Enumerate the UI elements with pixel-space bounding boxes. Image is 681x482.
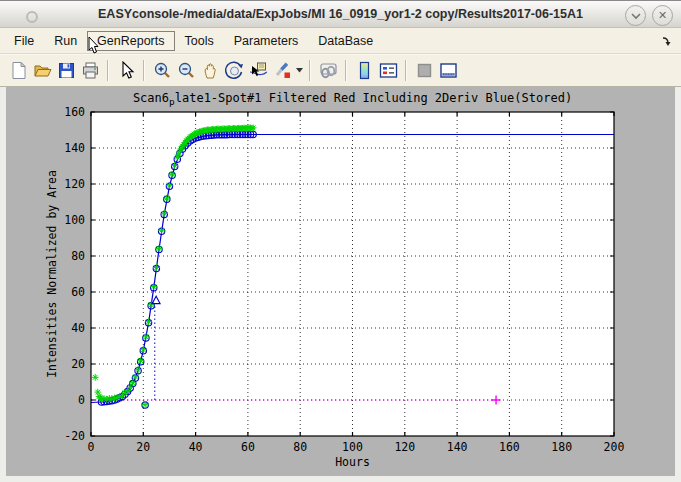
dock-arrow-icon[interactable] xyxy=(661,35,673,47)
svg-text:140: 140 xyxy=(64,141,85,155)
menu-item-run[interactable]: Run xyxy=(44,31,87,51)
close-button[interactable]: ✕ xyxy=(652,5,673,26)
printer-icon xyxy=(81,61,100,80)
svg-text:200: 200 xyxy=(604,440,625,454)
svg-text:Scan6plate1-Spot#1 Filtered Re: Scan6plate1-Spot#1 Filtered Red Includin… xyxy=(133,91,572,107)
svg-text:120: 120 xyxy=(64,177,85,191)
open-folder-icon xyxy=(33,61,52,80)
chain-link-icon xyxy=(319,61,338,80)
svg-text:20: 20 xyxy=(71,357,85,371)
toolbar-separator xyxy=(405,60,407,81)
rotate-3d-icon xyxy=(225,61,244,80)
chevron-down-icon xyxy=(630,10,642,22)
plot-canvas[interactable]: 020406080100120140160180200-200204060801… xyxy=(6,87,675,476)
toolbar xyxy=(0,54,681,87)
shade-button[interactable] xyxy=(625,5,646,26)
svg-text:60: 60 xyxy=(241,440,255,454)
link-plot-button[interactable] xyxy=(316,59,340,83)
titlebar: EASYconsole-/media/data/ExpJobs/MI 16_09… xyxy=(0,0,681,28)
brush-dropdown-button[interactable] xyxy=(294,59,304,83)
pan-button[interactable] xyxy=(198,59,222,83)
zoom-out-button[interactable] xyxy=(174,59,198,83)
toolbar-separator xyxy=(345,60,347,81)
toolbar-separator xyxy=(309,60,311,81)
toolbar-separator xyxy=(107,60,109,81)
svg-text:160: 160 xyxy=(499,440,520,454)
svg-text:-20: -20 xyxy=(64,429,85,443)
menu-item-tools[interactable]: Tools xyxy=(175,31,224,51)
menu-item-file[interactable]: File xyxy=(4,31,44,51)
brush-icon xyxy=(273,61,292,80)
svg-text:180: 180 xyxy=(551,440,572,454)
svg-text:20: 20 xyxy=(136,440,150,454)
data-cursor-icon xyxy=(249,61,268,80)
svg-text:Hours: Hours xyxy=(335,455,370,469)
rotate-3d-button[interactable] xyxy=(222,59,246,83)
svg-text:80: 80 xyxy=(293,440,307,454)
window-menu-icon[interactable] xyxy=(26,11,38,23)
colorbar-button[interactable] xyxy=(352,59,376,83)
zoom-in-icon xyxy=(153,61,172,80)
hand-icon xyxy=(201,61,220,80)
mouse-cursor-icon xyxy=(88,37,100,54)
print-button[interactable] xyxy=(78,59,102,83)
new-document-icon xyxy=(9,61,28,80)
menu-item-label: GenReports xyxy=(97,34,164,48)
brush-button[interactable] xyxy=(270,59,294,83)
zoom-in-button[interactable] xyxy=(150,59,174,83)
svg-text:100: 100 xyxy=(342,440,363,454)
svg-text:100: 100 xyxy=(64,213,85,227)
menubar: File Run GenReports Tools Parameters Dat… xyxy=(0,28,681,54)
dock-figure-icon xyxy=(439,61,458,80)
figure-area: 020406080100120140160180200-200204060801… xyxy=(0,87,681,482)
svg-text:60: 60 xyxy=(71,285,85,299)
toolbar-separator xyxy=(143,60,145,81)
open-file-button[interactable] xyxy=(30,59,54,83)
save-figure-button[interactable] xyxy=(54,59,78,83)
data-cursor-button[interactable] xyxy=(246,59,270,83)
svg-text:40: 40 xyxy=(71,321,85,335)
svg-text:120: 120 xyxy=(394,440,415,454)
svg-text:80: 80 xyxy=(71,249,85,263)
svg-text:140: 140 xyxy=(447,440,468,454)
save-floppy-icon xyxy=(57,61,76,80)
menu-item-parameters[interactable]: Parameters xyxy=(224,31,309,51)
colorbar-icon xyxy=(355,61,374,80)
svg-text:Intensities Normalized by Area: Intensities Normalized by Area xyxy=(45,170,59,378)
zoom-out-icon xyxy=(177,61,196,80)
legend-button[interactable] xyxy=(376,59,400,83)
app-window: EASYconsole-/media/data/ExpJobs/MI 16_09… xyxy=(0,0,681,482)
pointer-tool-button[interactable] xyxy=(114,59,138,83)
menu-item-database[interactable]: DataBase xyxy=(308,31,383,51)
svg-text:0: 0 xyxy=(78,393,85,407)
plot-tools-off-button[interactable] xyxy=(412,59,436,83)
legend-icon xyxy=(379,61,398,80)
disabled-square-icon xyxy=(415,61,434,80)
caret-down-icon xyxy=(296,68,303,73)
svg-text:0: 0 xyxy=(88,440,95,454)
svg-text:160: 160 xyxy=(64,105,85,119)
arrow-cursor-icon xyxy=(117,61,136,80)
new-figure-button[interactable] xyxy=(6,59,30,83)
window-title: EASYconsole-/media/data/ExpJobs/MI 16_09… xyxy=(0,7,681,21)
svg-text:40: 40 xyxy=(189,440,203,454)
dock-figure-button[interactable] xyxy=(436,59,460,83)
menu-item-genreports[interactable]: GenReports xyxy=(87,31,174,51)
